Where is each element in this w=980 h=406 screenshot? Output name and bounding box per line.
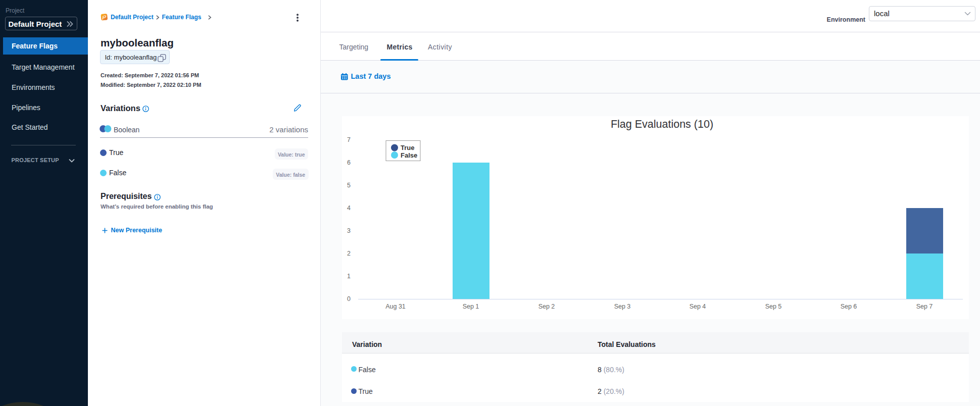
svg-text:Sep 3: Sep 3 (614, 303, 631, 310)
svg-text:4: 4 (347, 205, 351, 212)
svg-text:Sep 5: Sep 5 (765, 303, 782, 310)
svg-text:Sep 2: Sep 2 (538, 303, 555, 310)
svg-text:1: 1 (347, 273, 351, 280)
svg-text:Sep 1: Sep 1 (463, 303, 479, 310)
svg-text:Sep 7: Sep 7 (916, 303, 933, 310)
svg-text:7: 7 (347, 136, 351, 143)
svg-text:Sep 6: Sep 6 (841, 303, 857, 310)
svg-text:Sep 4: Sep 4 (690, 303, 706, 310)
svg-text:Aug 31: Aug 31 (385, 303, 406, 310)
svg-text:False: False (401, 151, 417, 159)
svg-text:6: 6 (347, 159, 351, 166)
svg-text:Flag Evaluations (10): Flag Evaluations (10) (611, 118, 713, 130)
svg-text:True: True (401, 144, 414, 151)
svg-text:5: 5 (347, 182, 351, 189)
svg-text:0: 0 (347, 295, 351, 302)
svg-text:3: 3 (347, 227, 351, 234)
svg-text:2: 2 (347, 250, 351, 257)
